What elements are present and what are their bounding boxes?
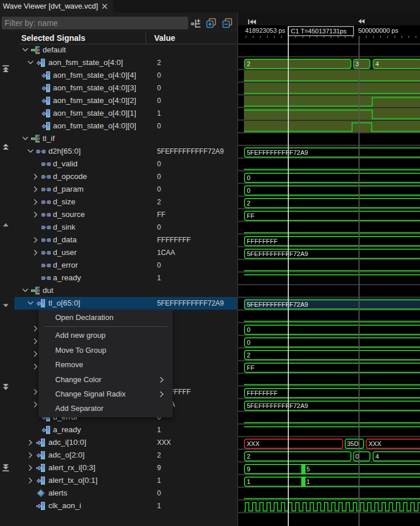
svg-text:2: 2 xyxy=(247,453,250,460)
svg-text:0: 0 xyxy=(247,339,250,346)
svg-text:1: 1 xyxy=(307,478,310,485)
svg-text:4: 4 xyxy=(376,60,379,67)
svg-text:2: 2 xyxy=(247,60,250,67)
svg-text:1: 1 xyxy=(247,478,250,485)
svg-text:FFFFFFFF: FFFFFFFF xyxy=(247,238,278,245)
svg-text:4: 4 xyxy=(376,453,379,460)
svg-text:C1 T=450137131ps: C1 T=450137131ps xyxy=(291,28,347,35)
svg-text:5FEFFFFFFFFF72A9: 5FEFFFFFFFFF72A9 xyxy=(247,149,308,156)
svg-text:0: 0 xyxy=(247,174,250,181)
svg-text:0: 0 xyxy=(356,453,359,460)
svg-text:2: 2 xyxy=(247,352,250,359)
svg-text:2: 2 xyxy=(247,200,250,207)
svg-text:FFFFFFFF: FFFFFFFF xyxy=(247,390,278,397)
svg-text:XXX: XXX xyxy=(369,440,382,447)
svg-text:5FEFFFFFFFFF72A9: 5FEFFFFFFFFF72A9 xyxy=(247,402,308,409)
svg-text:418923053 ps: 418923053 ps xyxy=(245,27,285,34)
svg-text:5FEFFFFFFFFF72A9: 5FEFFFFFFFFF72A9 xyxy=(247,250,308,257)
svg-text:5: 5 xyxy=(307,466,310,472)
svg-text:500000000 ps: 500000000 ps xyxy=(358,27,399,34)
svg-text:3: 3 xyxy=(356,60,359,67)
svg-text:FF: FF xyxy=(247,212,255,219)
svg-text:0: 0 xyxy=(247,187,250,194)
svg-text:9: 9 xyxy=(247,466,250,472)
svg-text:XXX: XXX xyxy=(247,440,260,447)
svg-text:0: 0 xyxy=(247,326,250,333)
svg-text:FF: FF xyxy=(247,364,255,371)
svg-text:35D: 35D xyxy=(347,440,358,447)
svg-text:5FEFFFFFFFFF72A9: 5FEFFFFFFFFF72A9 xyxy=(247,301,308,308)
